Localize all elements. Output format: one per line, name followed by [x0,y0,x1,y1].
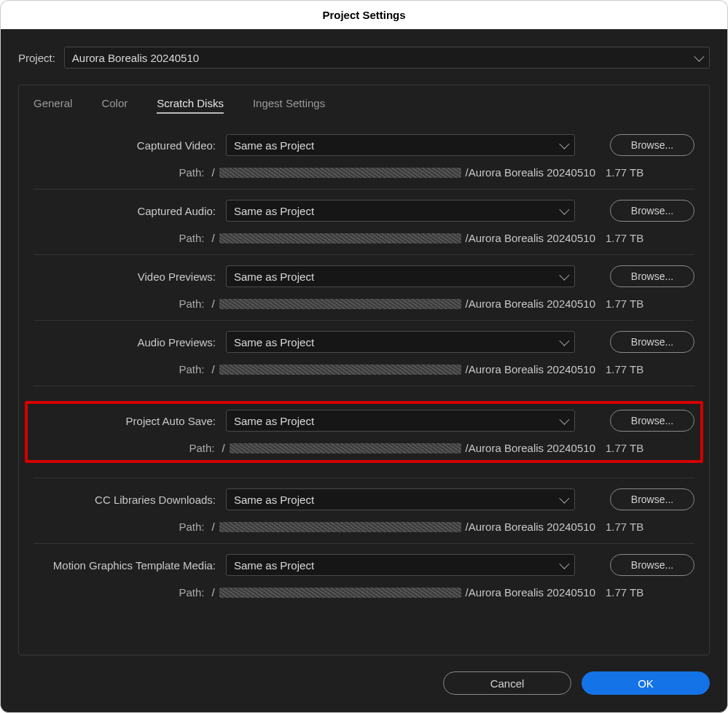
browse-button[interactable]: Browse... [610,410,694,432]
redacted-path-segment [230,443,461,453]
disk-free-size: 1.77 TB [606,442,657,454]
path-row: Path://Aurora Borealis 202405101.77 TB [34,442,694,454]
path-tail: /Aurora Borealis 20240510 [466,363,595,375]
disk-free-size: 1.77 TB [606,521,657,533]
chevron-down-icon [559,415,569,425]
redacted-path-segment [219,299,461,309]
redacted-path-segment [219,588,461,598]
browse-button[interactable]: Browse... [610,554,694,576]
location-select[interactable]: Same as Project [226,265,575,287]
section-inner: CC Libraries Downloads:Same as ProjectBr… [34,488,694,533]
section-inner: Captured Video:Same as ProjectBrowse...P… [34,134,694,179]
browse-button[interactable]: Browse... [610,331,694,353]
scratch-section: Motion Graphics Template Media:Same as P… [34,543,694,609]
settings-panel: General Color Scratch Disks Ingest Setti… [18,85,710,655]
tabs: General Color Scratch Disks Ingest Setti… [34,85,694,124]
path-slash: / [208,232,214,244]
setting-label: Project Auto Save: [34,415,216,427]
scratch-section: Audio Previews:Same as ProjectBrowse...P… [34,320,694,386]
highlighted-section: Project Auto Save:Same as ProjectBrowse.… [25,401,703,463]
setting-row: Audio Previews:Same as ProjectBrowse... [34,331,694,353]
path-tail: /Aurora Borealis 20240510 [466,166,595,179]
section-inner: Captured Audio:Same as ProjectBrowse...P… [34,200,694,244]
project-row: Project: Aurora Borealis 20240510 [18,47,710,69]
path-label: Path: [34,442,214,454]
path-row: Path://Aurora Borealis 202405101.77 TB [34,232,694,244]
path-row: Path://Aurora Borealis 202405101.77 TB [34,363,694,375]
path-label: Path: [34,166,204,179]
path-slash: / [208,297,214,310]
disk-free-size: 1.77 TB [606,363,657,375]
disk-free-size: 1.77 TB [606,297,657,310]
path-label: Path: [34,521,204,533]
setting-label: Audio Previews: [34,336,216,348]
path-label: Path: [34,363,204,375]
chevron-down-icon [559,336,569,346]
path-tail: /Aurora Borealis 20240510 [466,232,595,244]
location-select[interactable]: Same as Project [226,200,575,222]
setting-label: Motion Graphics Template Media: [34,559,216,572]
cancel-button[interactable]: Cancel [443,671,571,695]
path-slash: / [208,521,214,533]
path-row: Path://Aurora Borealis 202405101.77 TB [34,586,694,599]
setting-row: Motion Graphics Template Media:Same as P… [34,554,694,576]
browse-button[interactable]: Browse... [610,488,694,510]
tab-general[interactable]: General [34,97,72,114]
window-titlebar: Project Settings [0,0,728,29]
project-select[interactable]: Aurora Borealis 20240510 [64,47,710,69]
location-select[interactable]: Same as Project [226,331,575,353]
chevron-down-icon [559,494,569,504]
path-tail: /Aurora Borealis 20240510 [466,521,595,533]
chevron-down-icon [559,139,569,149]
section-inner: Video Previews:Same as ProjectBrowse...P… [34,265,694,310]
location-select-value: Same as Project [234,270,314,283]
setting-row: Captured Audio:Same as ProjectBrowse... [34,200,694,222]
setting-row: Captured Video:Same as ProjectBrowse... [34,134,694,156]
path-label: Path: [34,232,204,244]
chevron-down-icon [694,52,704,62]
redacted-path-segment [219,168,461,178]
chevron-down-icon [559,559,569,569]
setting-row: CC Libraries Downloads:Same as ProjectBr… [34,488,694,510]
redacted-path-segment [219,522,461,532]
setting-row: Video Previews:Same as ProjectBrowse... [34,265,694,287]
path-slash: / [208,363,214,375]
path-row: Path://Aurora Borealis 202405101.77 TB [34,297,694,310]
tab-scratch-disks[interactable]: Scratch Disks [157,97,224,114]
redacted-path-segment [219,365,461,375]
location-select[interactable]: Same as Project [226,554,575,576]
scratch-section: Video Previews:Same as ProjectBrowse...P… [34,254,694,320]
section-inner: Audio Previews:Same as ProjectBrowse...P… [34,331,694,375]
browse-button[interactable]: Browse... [610,200,694,222]
setting-label: Captured Audio: [34,205,216,217]
path-tail: /Aurora Borealis 20240510 [466,586,595,599]
disk-free-size: 1.77 TB [606,232,657,244]
chevron-down-icon [559,270,569,281]
browse-button[interactable]: Browse... [610,134,694,156]
location-select[interactable]: Same as Project [226,134,575,156]
path-label: Path: [34,297,204,310]
setting-row: Project Auto Save:Same as ProjectBrowse.… [34,410,694,432]
location-select[interactable]: Same as Project [226,410,575,432]
chevron-down-icon [559,205,569,215]
location-select-value: Same as Project [234,336,314,348]
location-select[interactable]: Same as Project [226,488,575,510]
setting-label: Video Previews: [34,270,216,283]
location-select-value: Same as Project [234,205,314,217]
disk-free-size: 1.77 TB [606,166,657,179]
ok-button[interactable]: OK [582,671,710,695]
dialog-footer: Cancel OK [18,655,710,695]
path-tail: /Aurora Borealis 20240510 [466,442,595,454]
path-slash: / [208,586,214,599]
section-inner: Motion Graphics Template Media:Same as P… [34,554,694,599]
tab-color[interactable]: Color [101,97,128,114]
browse-button[interactable]: Browse... [610,265,694,287]
location-select-value: Same as Project [234,415,314,427]
setting-label: Captured Video: [34,139,216,152]
path-label: Path: [34,586,204,599]
location-select-value: Same as Project [234,494,314,506]
scratch-section: Project Auto Save:Same as ProjectBrowse.… [34,386,694,478]
tab-ingest-settings[interactable]: Ingest Settings [253,97,325,114]
path-slash: / [208,166,214,179]
redacted-path-segment [219,233,461,243]
